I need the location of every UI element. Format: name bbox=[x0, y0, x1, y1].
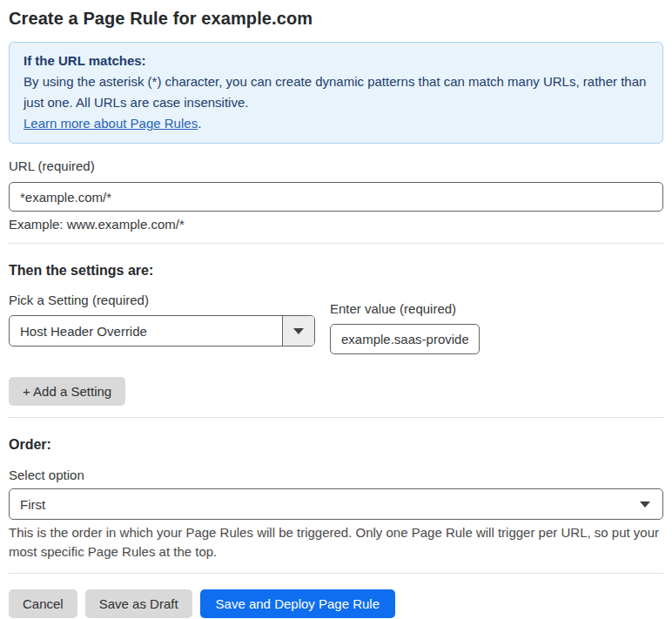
order-select[interactable]: First bbox=[9, 488, 663, 520]
setting-value-column: Enter value (required) bbox=[330, 293, 480, 354]
setting-select-value: Host Header Override bbox=[10, 316, 282, 346]
footer-buttons: Cancel Save as Draft Save and Deploy Pag… bbox=[9, 589, 663, 618]
setting-value-label: Enter value (required) bbox=[330, 301, 480, 316]
chevron-down-icon bbox=[293, 328, 304, 334]
learn-more-link[interactable]: Learn more about Page Rules bbox=[24, 116, 198, 131]
setting-picker-label: Pick a Setting (required) bbox=[9, 293, 315, 307]
divider bbox=[9, 417, 663, 418]
settings-section-heading: Then the settings are: bbox=[9, 263, 663, 279]
url-example-helper: Example: www.example.com/* bbox=[9, 217, 663, 232]
order-helper-text: This is the order in which your Page Rul… bbox=[9, 523, 663, 562]
chevron-down-icon bbox=[640, 501, 650, 508]
url-section: URL (required) Example: www.example.com/… bbox=[9, 158, 663, 232]
setting-picker-column: Pick a Setting (required) Host Header Ov… bbox=[9, 293, 315, 354]
setting-select-arrow-cell[interactable] bbox=[282, 316, 314, 346]
add-setting-button[interactable]: + Add a Setting bbox=[9, 377, 125, 406]
url-field-label: URL (required) bbox=[9, 158, 663, 173]
info-box-link-line: Learn more about Page Rules. bbox=[24, 113, 648, 134]
save-and-deploy-button[interactable]: Save and Deploy Page Rule bbox=[200, 589, 395, 618]
order-select-value: First bbox=[20, 497, 640, 512]
order-section-heading: Order: bbox=[9, 437, 663, 453]
info-box-heading: If the URL matches: bbox=[24, 50, 648, 71]
setting-value-input[interactable] bbox=[330, 324, 480, 354]
setting-select[interactable]: Host Header Override bbox=[9, 315, 315, 347]
url-matches-info-box: If the URL matches: By using the asteris… bbox=[9, 42, 663, 144]
divider bbox=[9, 243, 663, 244]
save-as-draft-button[interactable]: Save as Draft bbox=[85, 589, 192, 618]
settings-row: Pick a Setting (required) Host Header Ov… bbox=[9, 293, 663, 354]
link-suffix: . bbox=[198, 116, 201, 131]
divider bbox=[9, 573, 663, 574]
info-box-body: By using the asterisk (*) character, you… bbox=[24, 71, 648, 113]
url-input[interactable] bbox=[9, 182, 663, 212]
cancel-button[interactable]: Cancel bbox=[9, 589, 77, 618]
page-title: Create a Page Rule for example.com bbox=[9, 9, 663, 29]
order-select-label: Select option bbox=[9, 468, 663, 482]
